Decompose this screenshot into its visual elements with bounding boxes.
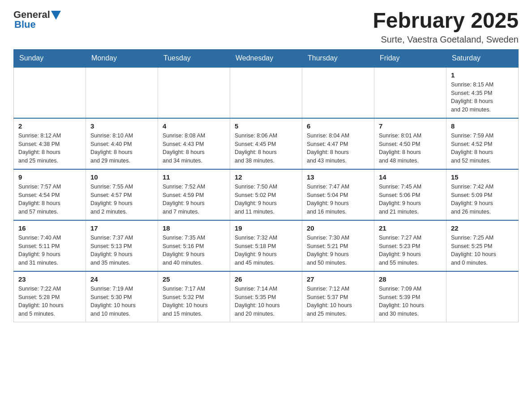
table-row: 6Sunrise: 8:04 AM Sunset: 4:47 PM Daylig…	[302, 118, 374, 169]
table-row: 26Sunrise: 7:14 AM Sunset: 5:35 PM Dayli…	[230, 271, 302, 322]
table-row: 17Sunrise: 7:37 AM Sunset: 5:13 PM Dayli…	[86, 220, 158, 271]
table-row: 24Sunrise: 7:19 AM Sunset: 5:30 PM Dayli…	[86, 271, 158, 322]
day-number: 18	[163, 224, 225, 232]
table-row: 11Sunrise: 7:52 AM Sunset: 4:59 PM Dayli…	[158, 169, 230, 220]
day-number: 10	[90, 173, 153, 181]
calendar-week-row: 2Sunrise: 8:12 AM Sunset: 4:38 PM Daylig…	[14, 118, 519, 169]
day-info: Sunrise: 7:37 AM Sunset: 5:13 PM Dayligh…	[90, 234, 153, 267]
day-info: Sunrise: 8:08 AM Sunset: 4:43 PM Dayligh…	[163, 132, 225, 165]
table-row	[230, 67, 302, 118]
table-row: 14Sunrise: 7:45 AM Sunset: 5:06 PM Dayli…	[374, 169, 446, 220]
day-number: 14	[379, 173, 442, 181]
table-row	[302, 67, 374, 118]
table-row	[374, 67, 446, 118]
page-header: General Blue February 2025 Surte, Vaestr…	[13, 9, 519, 45]
day-info: Sunrise: 7:12 AM Sunset: 5:37 PM Dayligh…	[307, 285, 369, 318]
day-info: Sunrise: 7:55 AM Sunset: 4:57 PM Dayligh…	[90, 183, 153, 216]
day-info: Sunrise: 7:25 AM Sunset: 5:25 PM Dayligh…	[451, 234, 514, 267]
header-sunday: Sunday	[14, 49, 86, 67]
day-number: 1	[451, 71, 514, 79]
day-number: 19	[235, 224, 297, 232]
table-row: 19Sunrise: 7:32 AM Sunset: 5:18 PM Dayli…	[230, 220, 302, 271]
day-info: Sunrise: 8:01 AM Sunset: 4:50 PM Dayligh…	[379, 132, 442, 165]
calendar-week-row: 16Sunrise: 7:40 AM Sunset: 5:11 PM Dayli…	[14, 220, 519, 271]
day-info: Sunrise: 8:15 AM Sunset: 4:35 PM Dayligh…	[451, 81, 514, 114]
day-number: 11	[163, 173, 225, 181]
table-row	[14, 67, 86, 118]
day-number: 5	[235, 122, 297, 130]
day-number: 24	[90, 275, 153, 283]
table-row: 18Sunrise: 7:35 AM Sunset: 5:16 PM Dayli…	[158, 220, 230, 271]
day-info: Sunrise: 7:47 AM Sunset: 5:04 PM Dayligh…	[307, 183, 369, 216]
day-number: 20	[307, 224, 369, 232]
header-monday: Monday	[86, 49, 158, 67]
day-number: 3	[90, 122, 153, 130]
table-row: 21Sunrise: 7:27 AM Sunset: 5:23 PM Dayli…	[374, 220, 446, 271]
day-number: 4	[163, 122, 225, 130]
day-info: Sunrise: 7:17 AM Sunset: 5:32 PM Dayligh…	[163, 285, 225, 318]
day-number: 23	[18, 275, 81, 283]
day-number: 13	[307, 173, 369, 181]
day-number: 27	[307, 275, 369, 283]
table-row: 27Sunrise: 7:12 AM Sunset: 5:37 PM Dayli…	[302, 271, 374, 322]
logo-blue-text: Blue	[14, 19, 36, 30]
day-info: Sunrise: 7:42 AM Sunset: 5:09 PM Dayligh…	[451, 183, 514, 216]
table-row: 5Sunrise: 8:06 AM Sunset: 4:45 PM Daylig…	[230, 118, 302, 169]
weekday-header-row: Sunday Monday Tuesday Wednesday Thursday…	[14, 49, 519, 67]
calendar-week-row: 9Sunrise: 7:57 AM Sunset: 4:54 PM Daylig…	[14, 169, 519, 220]
table-row	[158, 67, 230, 118]
day-number: 25	[163, 275, 225, 283]
day-number: 8	[451, 122, 514, 130]
day-info: Sunrise: 7:57 AM Sunset: 4:54 PM Dayligh…	[18, 183, 81, 216]
table-row: 13Sunrise: 7:47 AM Sunset: 5:04 PM Dayli…	[302, 169, 374, 220]
table-row: 3Sunrise: 8:10 AM Sunset: 4:40 PM Daylig…	[86, 118, 158, 169]
day-number: 21	[379, 224, 442, 232]
day-info: Sunrise: 7:35 AM Sunset: 5:16 PM Dayligh…	[163, 234, 225, 267]
table-row: 22Sunrise: 7:25 AM Sunset: 5:25 PM Dayli…	[446, 220, 519, 271]
table-row: 1Sunrise: 8:15 AM Sunset: 4:35 PM Daylig…	[446, 67, 519, 118]
day-number: 22	[451, 224, 514, 232]
day-number: 17	[90, 224, 153, 232]
day-info: Sunrise: 7:32 AM Sunset: 5:18 PM Dayligh…	[235, 234, 297, 267]
logo: General Blue	[13, 9, 61, 30]
day-number: 16	[18, 224, 81, 232]
table-row: 28Sunrise: 7:09 AM Sunset: 5:39 PM Dayli…	[374, 271, 446, 322]
day-number: 6	[307, 122, 369, 130]
table-row: 4Sunrise: 8:08 AM Sunset: 4:43 PM Daylig…	[158, 118, 230, 169]
day-info: Sunrise: 7:59 AM Sunset: 4:52 PM Dayligh…	[451, 132, 514, 165]
header-tuesday: Tuesday	[158, 49, 230, 67]
table-row: 20Sunrise: 7:30 AM Sunset: 5:21 PM Dayli…	[302, 220, 374, 271]
day-info: Sunrise: 7:09 AM Sunset: 5:39 PM Dayligh…	[379, 285, 442, 318]
table-row: 2Sunrise: 8:12 AM Sunset: 4:38 PM Daylig…	[14, 118, 86, 169]
day-info: Sunrise: 8:04 AM Sunset: 4:47 PM Dayligh…	[307, 132, 369, 165]
table-row: 10Sunrise: 7:55 AM Sunset: 4:57 PM Dayli…	[86, 169, 158, 220]
logo-triangle-icon	[51, 11, 61, 20]
month-title: February 2025	[373, 9, 519, 33]
table-row: 12Sunrise: 7:50 AM Sunset: 5:02 PM Dayli…	[230, 169, 302, 220]
day-info: Sunrise: 7:19 AM Sunset: 5:30 PM Dayligh…	[90, 285, 153, 318]
day-info: Sunrise: 7:14 AM Sunset: 5:35 PM Dayligh…	[235, 285, 297, 318]
table-row: 25Sunrise: 7:17 AM Sunset: 5:32 PM Dayli…	[158, 271, 230, 322]
table-row: 15Sunrise: 7:42 AM Sunset: 5:09 PM Dayli…	[446, 169, 519, 220]
table-row: 16Sunrise: 7:40 AM Sunset: 5:11 PM Dayli…	[14, 220, 86, 271]
day-number: 7	[379, 122, 442, 130]
calendar-week-row: 23Sunrise: 7:22 AM Sunset: 5:28 PM Dayli…	[14, 271, 519, 322]
day-number: 26	[235, 275, 297, 283]
day-info: Sunrise: 7:40 AM Sunset: 5:11 PM Dayligh…	[18, 234, 81, 267]
day-info: Sunrise: 7:22 AM Sunset: 5:28 PM Dayligh…	[18, 285, 81, 318]
day-info: Sunrise: 8:06 AM Sunset: 4:45 PM Dayligh…	[235, 132, 297, 165]
day-info: Sunrise: 7:27 AM Sunset: 5:23 PM Dayligh…	[379, 234, 442, 267]
day-info: Sunrise: 8:12 AM Sunset: 4:38 PM Dayligh…	[18, 132, 81, 165]
day-info: Sunrise: 7:52 AM Sunset: 4:59 PM Dayligh…	[163, 183, 225, 216]
day-number: 2	[18, 122, 81, 130]
table-row	[86, 67, 158, 118]
table-row	[446, 271, 519, 322]
table-row: 9Sunrise: 7:57 AM Sunset: 4:54 PM Daylig…	[14, 169, 86, 220]
title-block: February 2025 Surte, Vaestra Goetaland, …	[373, 9, 519, 45]
table-row: 8Sunrise: 7:59 AM Sunset: 4:52 PM Daylig…	[446, 118, 519, 169]
day-info: Sunrise: 8:10 AM Sunset: 4:40 PM Dayligh…	[90, 132, 153, 165]
table-row: 7Sunrise: 8:01 AM Sunset: 4:50 PM Daylig…	[374, 118, 446, 169]
day-info: Sunrise: 7:50 AM Sunset: 5:02 PM Dayligh…	[235, 183, 297, 216]
header-wednesday: Wednesday	[230, 49, 302, 67]
header-friday: Friday	[374, 49, 446, 67]
